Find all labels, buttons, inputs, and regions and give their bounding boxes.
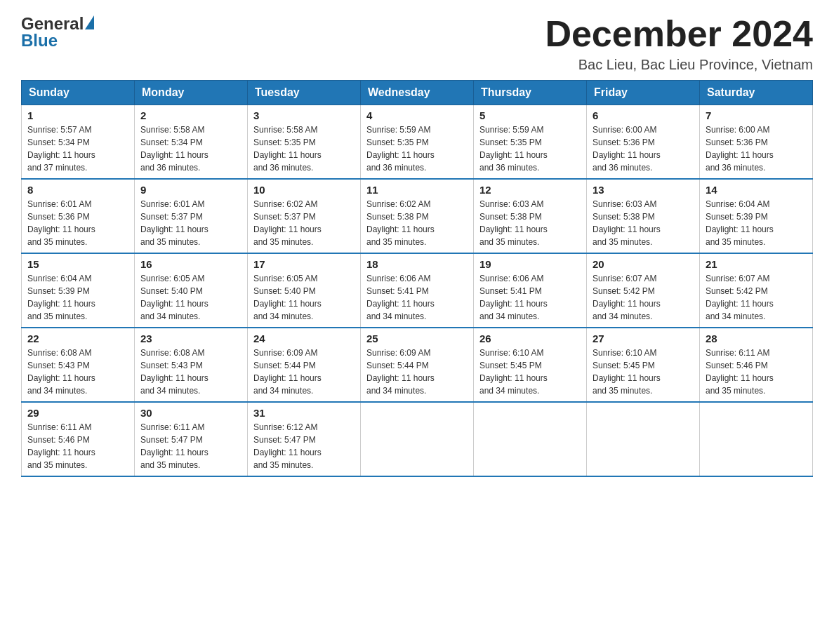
- day-number: 24: [253, 333, 355, 344]
- title-block: December 2024 Bac Lieu, Bac Lieu Provinc…: [545, 14, 813, 73]
- day-info: Sunrise: 6:12 AMSunset: 5:47 PMDaylight:…: [253, 421, 355, 471]
- header-cell-sunday: Sunday: [22, 81, 135, 105]
- day-info: Sunrise: 6:06 AMSunset: 5:41 PMDaylight:…: [479, 272, 581, 323]
- day-cell: 17Sunrise: 6:05 AMSunset: 5:40 PMDayligh…: [248, 253, 361, 328]
- day-number: 25: [366, 333, 468, 344]
- day-number: 6: [593, 109, 694, 121]
- day-number: 27: [593, 333, 694, 344]
- day-number: 2: [140, 109, 241, 121]
- day-info: Sunrise: 6:08 AMSunset: 5:43 PMDaylight:…: [140, 347, 241, 397]
- day-number: 11: [366, 184, 468, 196]
- day-cell: 21Sunrise: 6:07 AMSunset: 5:42 PMDayligh…: [700, 253, 813, 328]
- header-cell-monday: Monday: [135, 81, 248, 105]
- day-info: Sunrise: 5:58 AMSunset: 5:35 PMDaylight:…: [253, 123, 355, 174]
- day-cell: 6Sunrise: 6:00 AMSunset: 5:36 PMDaylight…: [587, 105, 700, 180]
- day-info: Sunrise: 6:09 AMSunset: 5:44 PMDaylight:…: [253, 347, 355, 397]
- day-number: 12: [479, 184, 581, 196]
- day-info: Sunrise: 6:01 AMSunset: 5:36 PMDaylight:…: [27, 198, 128, 248]
- day-cell: 12Sunrise: 6:03 AMSunset: 5:38 PMDayligh…: [474, 179, 587, 253]
- header-row: SundayMondayTuesdayWednesdayThursdayFrid…: [22, 81, 813, 105]
- day-number: 1: [27, 109, 128, 121]
- day-info: Sunrise: 6:03 AMSunset: 5:38 PMDaylight:…: [479, 198, 581, 248]
- day-cell: 1Sunrise: 5:57 AMSunset: 5:34 PMDaylight…: [22, 105, 135, 180]
- day-cell: 24Sunrise: 6:09 AMSunset: 5:44 PMDayligh…: [248, 328, 361, 402]
- day-number: 23: [140, 333, 241, 344]
- calendar-table: SundayMondayTuesdayWednesdayThursdayFrid…: [21, 80, 813, 477]
- day-info: Sunrise: 6:11 AMSunset: 5:47 PMDaylight:…: [140, 421, 241, 471]
- day-number: 21: [706, 258, 807, 270]
- day-number: 5: [479, 109, 581, 121]
- calendar-header: SundayMondayTuesdayWednesdayThursdayFrid…: [22, 81, 813, 105]
- day-info: Sunrise: 5:58 AMSunset: 5:34 PMDaylight:…: [140, 123, 241, 174]
- day-cell: 10Sunrise: 6:02 AMSunset: 5:37 PMDayligh…: [248, 179, 361, 253]
- day-number: 17: [253, 258, 355, 270]
- week-row-2: 8Sunrise: 6:01 AMSunset: 5:36 PMDaylight…: [22, 179, 813, 253]
- day-cell: 15Sunrise: 6:04 AMSunset: 5:39 PMDayligh…: [22, 253, 135, 328]
- day-number: 14: [706, 184, 807, 196]
- day-cell: [361, 402, 474, 476]
- day-number: 8: [27, 184, 128, 196]
- day-cell: 4Sunrise: 5:59 AMSunset: 5:35 PMDaylight…: [361, 105, 474, 180]
- day-number: 3: [253, 109, 355, 121]
- day-info: Sunrise: 6:07 AMSunset: 5:42 PMDaylight:…: [593, 272, 694, 323]
- day-cell: 11Sunrise: 6:02 AMSunset: 5:38 PMDayligh…: [361, 179, 474, 253]
- day-info: Sunrise: 5:59 AMSunset: 5:35 PMDaylight:…: [366, 123, 468, 174]
- day-cell: 29Sunrise: 6:11 AMSunset: 5:46 PMDayligh…: [22, 402, 135, 476]
- day-info: Sunrise: 6:02 AMSunset: 5:38 PMDaylight:…: [366, 198, 468, 248]
- day-cell: 23Sunrise: 6:08 AMSunset: 5:43 PMDayligh…: [135, 328, 248, 402]
- day-cell: [474, 402, 587, 476]
- day-info: Sunrise: 6:00 AMSunset: 5:36 PMDaylight:…: [593, 123, 694, 174]
- week-row-4: 22Sunrise: 6:08 AMSunset: 5:43 PMDayligh…: [22, 328, 813, 402]
- day-cell: 14Sunrise: 6:04 AMSunset: 5:39 PMDayligh…: [700, 179, 813, 253]
- header-cell-tuesday: Tuesday: [248, 81, 361, 105]
- day-info: Sunrise: 6:07 AMSunset: 5:42 PMDaylight:…: [706, 272, 807, 323]
- page-title: December 2024: [545, 14, 813, 54]
- day-cell: 7Sunrise: 6:00 AMSunset: 5:36 PMDaylight…: [700, 105, 813, 180]
- day-number: 26: [479, 333, 581, 344]
- week-row-5: 29Sunrise: 6:11 AMSunset: 5:46 PMDayligh…: [22, 402, 813, 476]
- day-cell: 18Sunrise: 6:06 AMSunset: 5:41 PMDayligh…: [361, 253, 474, 328]
- day-cell: 30Sunrise: 6:11 AMSunset: 5:47 PMDayligh…: [135, 402, 248, 476]
- header-cell-wednesday: Wednesday: [361, 81, 474, 105]
- day-number: 28: [706, 333, 807, 344]
- day-cell: 26Sunrise: 6:10 AMSunset: 5:45 PMDayligh…: [474, 328, 587, 402]
- day-number: 16: [140, 258, 241, 270]
- day-info: Sunrise: 6:11 AMSunset: 5:46 PMDaylight:…: [706, 347, 807, 397]
- day-number: 31: [253, 407, 355, 419]
- day-info: Sunrise: 6:05 AMSunset: 5:40 PMDaylight:…: [140, 272, 241, 323]
- day-cell: 20Sunrise: 6:07 AMSunset: 5:42 PMDayligh…: [587, 253, 700, 328]
- day-number: 19: [479, 258, 581, 270]
- day-cell: 8Sunrise: 6:01 AMSunset: 5:36 PMDaylight…: [22, 179, 135, 253]
- logo: General Blue: [21, 14, 94, 51]
- day-cell: 27Sunrise: 6:10 AMSunset: 5:45 PMDayligh…: [587, 328, 700, 402]
- day-info: Sunrise: 6:00 AMSunset: 5:36 PMDaylight:…: [706, 123, 807, 174]
- day-number: 18: [366, 258, 468, 270]
- week-row-1: 1Sunrise: 5:57 AMSunset: 5:34 PMDaylight…: [22, 105, 813, 180]
- day-info: Sunrise: 5:59 AMSunset: 5:35 PMDaylight:…: [479, 123, 581, 174]
- day-cell: 25Sunrise: 6:09 AMSunset: 5:44 PMDayligh…: [361, 328, 474, 402]
- day-info: Sunrise: 6:11 AMSunset: 5:46 PMDaylight:…: [27, 421, 128, 471]
- day-cell: 16Sunrise: 6:05 AMSunset: 5:40 PMDayligh…: [135, 253, 248, 328]
- day-info: Sunrise: 6:09 AMSunset: 5:44 PMDaylight:…: [366, 347, 468, 397]
- week-row-3: 15Sunrise: 6:04 AMSunset: 5:39 PMDayligh…: [22, 253, 813, 328]
- day-cell: 31Sunrise: 6:12 AMSunset: 5:47 PMDayligh…: [248, 402, 361, 476]
- logo-blue-text: Blue: [21, 31, 58, 51]
- day-number: 20: [593, 258, 694, 270]
- day-cell: [700, 402, 813, 476]
- day-cell: 19Sunrise: 6:06 AMSunset: 5:41 PMDayligh…: [474, 253, 587, 328]
- day-info: Sunrise: 6:08 AMSunset: 5:43 PMDaylight:…: [27, 347, 128, 397]
- day-info: Sunrise: 6:04 AMSunset: 5:39 PMDaylight:…: [27, 272, 128, 323]
- header-cell-thursday: Thursday: [474, 81, 587, 105]
- logo-arrow-icon: [85, 15, 94, 29]
- day-info: Sunrise: 6:10 AMSunset: 5:45 PMDaylight:…: [593, 347, 694, 397]
- calendar-body: 1Sunrise: 5:57 AMSunset: 5:34 PMDaylight…: [22, 105, 813, 477]
- day-number: 22: [27, 333, 128, 344]
- day-cell: 3Sunrise: 5:58 AMSunset: 5:35 PMDaylight…: [248, 105, 361, 180]
- day-info: Sunrise: 6:01 AMSunset: 5:37 PMDaylight:…: [140, 198, 241, 248]
- day-number: 15: [27, 258, 128, 270]
- day-cell: 9Sunrise: 6:01 AMSunset: 5:37 PMDaylight…: [135, 179, 248, 253]
- day-cell: 5Sunrise: 5:59 AMSunset: 5:35 PMDaylight…: [474, 105, 587, 180]
- page-header: General Blue December 2024 Bac Lieu, Bac…: [21, 14, 813, 73]
- page-subtitle: Bac Lieu, Bac Lieu Province, Vietnam: [545, 57, 813, 73]
- day-number: 29: [27, 407, 128, 419]
